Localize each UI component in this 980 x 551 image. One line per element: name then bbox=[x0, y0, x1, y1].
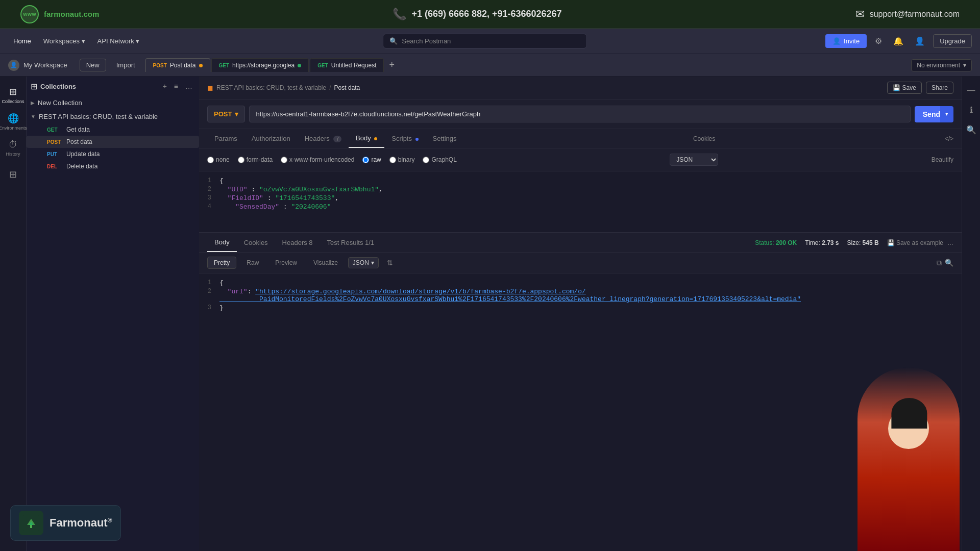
breadcrumb-current: Post data bbox=[334, 84, 360, 91]
invite-button[interactable]: 👤 Invite bbox=[825, 34, 867, 48]
import-button[interactable]: Import bbox=[110, 59, 141, 71]
collections-header: ⊞ Collections + ≡ … bbox=[27, 77, 199, 96]
json-format-select[interactable]: JSON Text JavaScript HTML XML bbox=[670, 154, 718, 166]
format-raw-button[interactable]: Raw bbox=[240, 257, 265, 268]
radio-none-input[interactable] bbox=[207, 157, 214, 163]
tab-label: Post data bbox=[170, 62, 196, 69]
filter-button[interactable]: ⇅ bbox=[387, 259, 393, 267]
delete-data-item[interactable]: DEL Delete data bbox=[27, 160, 199, 172]
nav-api-network[interactable]: API Network ▾ bbox=[92, 34, 145, 48]
search-response-button[interactable]: 🔍 bbox=[945, 259, 953, 267]
copy-response-button[interactable]: ⧉ bbox=[937, 259, 942, 267]
more-collection-button[interactable]: … bbox=[183, 81, 195, 92]
tab-untitled[interactable]: GET Untitled Request bbox=[310, 58, 384, 72]
send-dropdown-button[interactable]: ▾ bbox=[940, 106, 953, 122]
breadcrumb-separator: / bbox=[329, 84, 331, 91]
tab-authorization[interactable]: Authorization bbox=[244, 130, 298, 147]
app-bar: Home Workspaces ▾ API Network ▾ 🔍 Search… bbox=[0, 29, 980, 54]
info-button[interactable]: ℹ bbox=[967, 102, 976, 118]
minimize-button[interactable]: — bbox=[964, 83, 978, 98]
user-icon: 👤 bbox=[832, 37, 841, 45]
request-code-editor[interactable]: 1 { 2 "UID" : "oZvwVc7a0UXosxuGvsfxarSWb… bbox=[199, 171, 962, 233]
rest-api-collection[interactable]: ▼ REST API basics: CRUD, test & variable bbox=[27, 110, 199, 123]
nav-workspaces[interactable]: Workspaces ▾ bbox=[38, 34, 90, 48]
resp-tab-cookies[interactable]: Cookies bbox=[237, 234, 275, 252]
new-collection-item[interactable]: ▶ New Collection bbox=[27, 96, 199, 110]
breadcrumb-collection[interactable]: REST API basics: CRUD, test & variable bbox=[216, 84, 326, 91]
env-selector[interactable]: No environment ▾ bbox=[911, 59, 972, 71]
radio-graphql-label[interactable]: GraphQL bbox=[431, 156, 456, 163]
share-button[interactable]: Share bbox=[926, 82, 953, 94]
tab-post-data[interactable]: POST Post data bbox=[145, 58, 210, 72]
method-select[interactable]: POST ▾ bbox=[207, 106, 245, 122]
method-badge: GET bbox=[317, 63, 328, 68]
tab-settings[interactable]: Settings bbox=[426, 130, 464, 147]
post-data-item[interactable]: POST Post data bbox=[27, 136, 199, 148]
sidebar-item-label: Collections bbox=[2, 99, 24, 104]
sidebar-item-other[interactable]: ⊞ bbox=[3, 162, 23, 187]
response-time: Time: 2.73 s bbox=[805, 239, 839, 246]
upgrade-button[interactable]: Upgrade bbox=[933, 34, 972, 48]
tab-headers[interactable]: Headers 7 bbox=[298, 130, 349, 147]
nav-home[interactable]: Home bbox=[8, 34, 36, 48]
workspace-name: My Workspace bbox=[23, 61, 67, 69]
collections-actions: + ≡ … bbox=[160, 81, 195, 92]
send-button[interactable]: Send bbox=[915, 106, 940, 122]
radio-binary-label[interactable]: binary bbox=[398, 156, 415, 163]
response-url-link[interactable]: "https://storage.googleapis.com/download… bbox=[219, 288, 801, 303]
format-visualize-button[interactable]: Visualize bbox=[307, 257, 344, 268]
cookies-button[interactable]: Cookies bbox=[693, 135, 715, 142]
save-as-example-button[interactable]: 💾 Save as example bbox=[887, 239, 943, 246]
search-box[interactable]: 🔍 Search Postman bbox=[383, 34, 587, 48]
code-button[interactable]: </> bbox=[945, 135, 953, 142]
tab-params[interactable]: Params bbox=[207, 130, 244, 147]
mail-icon: ✉ bbox=[855, 8, 865, 21]
sidebar-item-environments[interactable]: 🌐 Environments bbox=[3, 109, 23, 134]
save-button[interactable]: 💾 Save bbox=[887, 82, 922, 94]
chevron-down-icon: ▼ bbox=[31, 114, 36, 119]
farmonaut-name-text: Farmonaut® bbox=[50, 516, 112, 530]
sidebar-item-history[interactable]: ⏱ History bbox=[3, 136, 23, 160]
radio-binary-input[interactable] bbox=[389, 157, 396, 163]
settings-button[interactable]: ⚙ bbox=[872, 33, 885, 49]
new-button[interactable]: New bbox=[80, 59, 106, 71]
beautify-button[interactable]: Beautify bbox=[932, 156, 953, 163]
radio-none-label[interactable]: none bbox=[216, 156, 230, 163]
collection-name: REST API basics: CRUD, test & variable bbox=[39, 113, 158, 120]
radio-raw-input[interactable] bbox=[362, 157, 369, 163]
radio-urlencoded-input[interactable] bbox=[281, 157, 287, 163]
format-pretty-button[interactable]: Pretty bbox=[207, 257, 236, 269]
bell-button[interactable]: 🔔 bbox=[890, 33, 906, 49]
resp-line-content: { bbox=[219, 279, 962, 287]
get-data-item[interactable]: GET Get data bbox=[27, 123, 199, 136]
radio-graphql-input[interactable] bbox=[423, 157, 429, 163]
resp-tab-headers[interactable]: Headers 8 bbox=[275, 234, 320, 252]
radio-raw-label[interactable]: raw bbox=[371, 156, 381, 163]
resp-tab-body[interactable]: Body bbox=[207, 233, 237, 252]
add-tab-button[interactable]: + bbox=[385, 58, 399, 72]
add-collection-button[interactable]: + bbox=[160, 81, 169, 92]
avatar-button[interactable]: 👤 bbox=[912, 33, 928, 49]
url-input[interactable] bbox=[249, 106, 910, 122]
farmonaut-badge: Farmonaut® bbox=[10, 505, 121, 541]
radio-urlencoded: x-www-form-urlencoded bbox=[281, 156, 354, 163]
tab-get-storage[interactable]: GET https://storage.googlea bbox=[211, 58, 309, 72]
tab-body[interactable]: Body bbox=[349, 129, 384, 148]
update-data-item[interactable]: PUT Update data bbox=[27, 148, 199, 160]
tab-scripts[interactable]: Scripts bbox=[384, 130, 425, 147]
format-preview-button[interactable]: Preview bbox=[269, 257, 303, 268]
right-search-button[interactable]: 🔍 bbox=[963, 122, 979, 138]
more-response-button[interactable]: … bbox=[947, 239, 953, 246]
sidebar: ⊞ Collections 🌐 Environments ⏱ History ⊞… bbox=[0, 77, 199, 551]
response-json-select[interactable]: JSON ▾ bbox=[348, 257, 379, 268]
radio-form-data-input[interactable] bbox=[238, 157, 244, 163]
sidebar-item-collections[interactable]: ⊞ Collections bbox=[3, 83, 23, 107]
radio-form-data-label[interactable]: form-data bbox=[247, 156, 273, 163]
radio-urlencoded-label[interactable]: x-www-form-urlencoded bbox=[289, 156, 354, 163]
phone-icon: 📞 bbox=[393, 8, 406, 21]
resp-tab-test-results[interactable]: Test Results 1/1 bbox=[320, 234, 382, 252]
sort-collection-button[interactable]: ≡ bbox=[172, 81, 181, 92]
banner-logo: WWW farmonaut.com bbox=[20, 5, 99, 23]
chevron-down-icon: ▾ bbox=[963, 62, 966, 69]
response-code-area: 1 { 2 "url": "https://storage.googleapis… bbox=[199, 273, 962, 551]
